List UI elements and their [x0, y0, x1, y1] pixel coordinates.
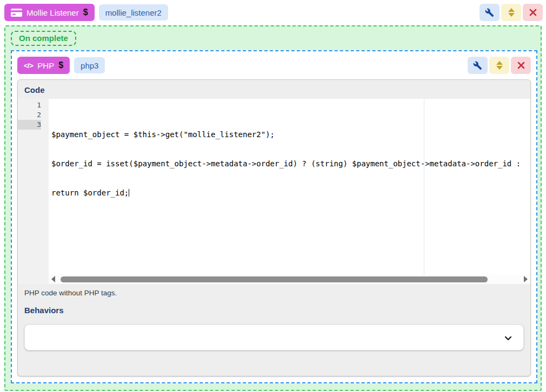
php-node-id-chip[interactable]: php3: [74, 57, 105, 73]
code-help-text: PHP code without PHP tags.: [18, 284, 530, 297]
node-chip-mollie-listener[interactable]: Mollie Listener $: [4, 4, 95, 21]
scroll-left-arrow-icon[interactable]: [51, 276, 55, 282]
code-column: $payment_object = $this->get("mollie_lis…: [49, 99, 530, 284]
credit-card-icon: [11, 9, 22, 17]
behaviors-section-title: Behaviors: [18, 297, 530, 319]
move-button[interactable]: [501, 4, 521, 21]
group-label[interactable]: On complete: [11, 31, 76, 46]
code-line: return $order_id;: [51, 188, 530, 198]
close-icon: [529, 9, 537, 16]
configure-button[interactable]: [480, 4, 500, 21]
code-line: $payment_object = $this->get("mollie_lis…: [51, 130, 530, 139]
text-cursor: [129, 189, 129, 197]
node-chip-label: Mollie Listener: [26, 8, 79, 17]
node-id-chip[interactable]: mollie_listener2: [99, 4, 168, 21]
chevron-down-icon: [503, 333, 514, 343]
code-section-title: Code: [18, 80, 530, 99]
delete-button[interactable]: [523, 4, 543, 21]
scrollbar-thumb[interactable]: [61, 276, 488, 282]
wrench-icon: [473, 61, 482, 70]
php-node-header: </> PHP $ php3: [17, 57, 531, 74]
line-number: 1: [18, 100, 41, 110]
line-number: 2: [18, 110, 41, 120]
scrollbar-track[interactable]: [57, 276, 522, 282]
scroll-right-arrow-icon[interactable]: [524, 276, 528, 282]
line-number-active: 3: [18, 120, 41, 130]
up-down-icon: [508, 8, 515, 17]
on-complete-group: On complete </> PHP $ php3: [4, 25, 542, 391]
line-number-gutter: 1 2 3: [18, 99, 49, 284]
php-chip-label: PHP: [37, 61, 54, 70]
dollar-badge: $: [83, 8, 88, 17]
code-line: $order_id = isset($payment_object->metad…: [51, 159, 530, 168]
move-button[interactable]: [489, 57, 509, 74]
horizontal-scrollbar[interactable]: [49, 274, 530, 284]
workflow-topbar: Mollie Listener $ mollie_listener2: [0, 0, 546, 25]
wrench-icon: [485, 8, 494, 17]
code-input-area[interactable]: $payment_object = $this->get("mollie_lis…: [49, 99, 530, 274]
php-node: </> PHP $ php3: [11, 50, 537, 383]
up-down-icon: [496, 61, 503, 70]
node-chip-php[interactable]: </> PHP $: [17, 57, 70, 74]
dollar-badge: $: [58, 60, 63, 70]
card-bottom-padding: [18, 350, 530, 376]
delete-button[interactable]: [511, 57, 531, 74]
print-margin-ruler: [424, 99, 424, 274]
php-node-body: Code 1 2 3 $payment_object = $this->get(…: [17, 79, 531, 376]
code-icon: </>: [24, 62, 33, 70]
code-editor: 1 2 3 $payment_object = $this->get("moll…: [18, 99, 530, 284]
configure-button[interactable]: [468, 57, 488, 74]
behaviors-select[interactable]: [24, 325, 524, 350]
close-icon: [517, 62, 525, 69]
